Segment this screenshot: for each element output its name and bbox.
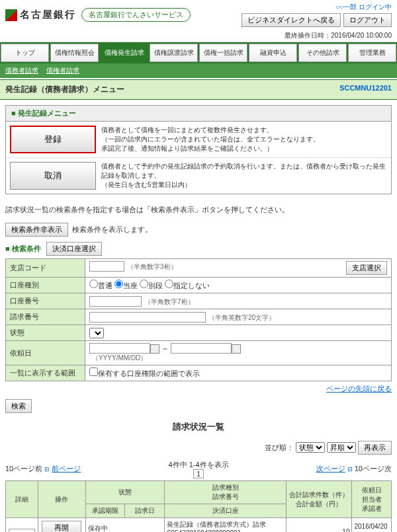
label-number: 口座番号 — [6, 293, 85, 309]
status-select[interactable] — [89, 328, 104, 338]
tab-4[interactable]: 債権一括請求 — [199, 44, 247, 62]
next-10-link[interactable]: 10ページ次 — [355, 465, 392, 473]
date-to-input[interactable] — [171, 343, 232, 354]
bank-logo: 名古屋銀行 — [5, 9, 76, 21]
tab-6[interactable]: その他請求 — [298, 44, 347, 62]
count-display: 4件中 1-4件を表示 — [81, 460, 316, 470]
tab-5[interactable]: 融資申込 — [249, 44, 297, 62]
page-top-link[interactable]: ページの先頭に戻る — [326, 385, 392, 393]
branch-select-button[interactable]: 支店選択 — [346, 261, 387, 275]
col-total: 合計請求件数（件）合計金額（円） — [287, 481, 352, 518]
calendar-icon[interactable] — [232, 344, 241, 354]
subnav-0[interactable]: 債務者請求 — [5, 67, 38, 74]
subnav-1[interactable]: 債権者請求 — [46, 67, 79, 74]
search-header: ■ 検索条件 — [5, 244, 41, 254]
page-title: 発生記録（債務者請求）メニュー — [5, 84, 124, 95]
tab-2[interactable]: 債権発生請求 — [100, 44, 148, 62]
next-page-link[interactable]: 次ページ — [316, 465, 345, 473]
row-status: 保存中 — [85, 518, 164, 532]
service-name: 名古屋銀行でんさいサービス — [81, 8, 191, 22]
menu-btn-1[interactable]: 取消 — [10, 162, 96, 190]
prev-icon[interactable]: ⊟ — [44, 466, 50, 473]
col-requester: 依頼日担当者承認者 — [352, 481, 392, 518]
date-from-input[interactable] — [89, 343, 150, 354]
scope-checkbox[interactable] — [89, 367, 98, 376]
tab-0[interactable]: トップ — [1, 44, 49, 62]
label-status: 状態 — [6, 325, 85, 341]
label-scope: 一覧に表示する範囲 — [6, 365, 85, 381]
menu-header: ■ 発生記録メニュー — [11, 109, 76, 117]
calendar-icon[interactable] — [150, 344, 159, 354]
menu-desc-0: 債務者として債権を一回にまとめて複数件発生させます。（一回の請求内にエラーが含ま… — [101, 126, 387, 153]
reqnum-input[interactable] — [89, 312, 206, 323]
col-reqtype: 請求種別請求番号 — [164, 481, 287, 504]
list-title: 請求状況一覧 — [0, 421, 397, 433]
hide-conditions-desc: 検索条件を表示します。 — [72, 225, 152, 235]
page-number: 1 — [193, 469, 204, 478]
tab-3[interactable]: 債権譲渡請求 — [150, 44, 198, 62]
instruction-text: 請求状況一覧の検索条件を指定する場合は「検索条件表示」ボタンを押してください。 — [0, 200, 397, 220]
timestamp: 最終操作日時：2016/04/20 10:00:00 — [0, 30, 397, 42]
row-total: 10123,456,789 — [287, 518, 352, 532]
next-icon[interactable]: ⊟ — [347, 466, 353, 473]
logo-icon — [5, 9, 17, 21]
label-reqnum: 請求番号 — [6, 309, 85, 325]
label-branch: 支店コード — [6, 259, 85, 278]
search-button[interactable]: 検索 — [5, 399, 32, 413]
back-button[interactable]: ビジネスダイレクトへ戻る — [242, 13, 341, 27]
detail-button[interactable]: 詳細 — [9, 529, 35, 532]
page-code: SCCMNU12201 — [339, 84, 392, 95]
row-op-button[interactable]: 再開 — [42, 521, 81, 532]
account-select-button[interactable]: 決済口座選択 — [46, 242, 102, 256]
prev-page-link[interactable]: 前ページ — [52, 465, 81, 473]
prev-10-link[interactable]: 10ページ前 — [5, 465, 42, 473]
tab-1[interactable]: 債権情報照会 — [50, 44, 99, 62]
type-radio-0[interactable] — [89, 280, 98, 288]
hide-conditions-button[interactable]: 検索条件非表示 — [5, 223, 68, 237]
label-type: 口座種別 — [6, 278, 85, 293]
sort-order-select[interactable]: 昇順 — [327, 442, 356, 453]
logout-button[interactable]: ログアウト — [343, 13, 392, 27]
number-input[interactable] — [89, 296, 142, 307]
sort-field-select[interactable]: 状態 — [296, 442, 325, 453]
menu-btn-0[interactable]: 登録 — [10, 126, 96, 153]
tab-7[interactable]: 管理業務 — [348, 44, 396, 62]
type-radio-3[interactable] — [165, 280, 173, 288]
refresh-button[interactable]: 再表示 — [358, 441, 392, 455]
branch-input[interactable] — [89, 261, 124, 272]
type-radio-2[interactable] — [140, 280, 148, 288]
row-requester: 2016/04/20－－ — [352, 518, 392, 532]
menu-desc-1: 債務者として予約中の発生記録請求の予約取消を行います。または、債務者から受け取っ… — [101, 162, 387, 190]
bank-name: 名古屋銀行 — [20, 9, 76, 21]
label-reqdate: 依頼日 — [6, 341, 85, 365]
row-reqtype: 発生記録（債務者請求方式）請求S0543201604200000001 — [164, 518, 287, 532]
type-radio-1[interactable] — [114, 280, 123, 288]
login-status: ○○一郎 ログイン中 — [242, 3, 392, 12]
scope-checkbox-label[interactable]: 保有する口座権限の範囲で表示 — [89, 369, 200, 377]
